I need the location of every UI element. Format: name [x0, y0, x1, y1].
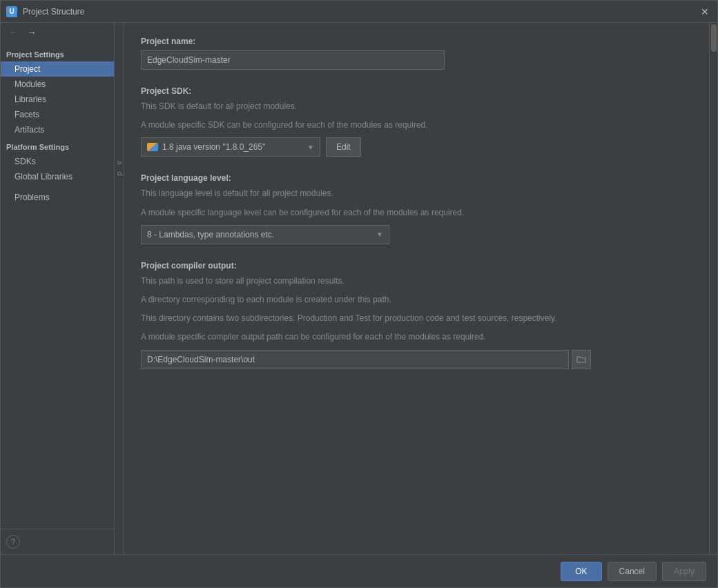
- platform-settings-header: Platform Settings: [1, 137, 114, 154]
- sidebar-item-facets[interactable]: Facets: [1, 107, 114, 122]
- compiler-desc-1: This path is used to store all project c…: [141, 275, 692, 288]
- bottom-bar: OK Cancel Apply: [1, 554, 717, 587]
- language-level-value: 8 - Lambdas, type annotations etc.: [147, 230, 274, 239]
- cancel-button[interactable]: Cancel: [608, 562, 657, 581]
- language-level-label: Project language level:: [141, 173, 692, 183]
- sidebar-item-problems[interactable]: Problems: [1, 190, 114, 205]
- project-name-label: Project name:: [141, 37, 692, 46]
- project-structure-dialog: U Project Structure ✕ ← → Project Settin…: [0, 0, 718, 588]
- title-bar: U Project Structure ✕: [1, 1, 717, 23]
- project-sdk-label: Project SDK:: [141, 86, 692, 96]
- sdk-icon: [147, 143, 158, 151]
- project-name-input[interactable]: [141, 50, 445, 70]
- left-label-1: e: [115, 161, 123, 165]
- sdk-description-2: A module specific SDK can be configured …: [141, 119, 692, 132]
- ok-button[interactable]: OK: [561, 562, 601, 581]
- lang-description-2: A module specific language level can be …: [141, 206, 692, 219]
- sidebar-item-project[interactable]: Project: [1, 61, 114, 77]
- folder-browse-button[interactable]: [572, 350, 591, 369]
- back-button[interactable]: ←: [6, 26, 21, 39]
- sdk-row: 1.8 java version "1.8.0_265" ▼ Edit: [141, 137, 692, 157]
- project-name-group: Project name:: [141, 37, 692, 70]
- forward-button[interactable]: →: [24, 26, 39, 39]
- compiler-desc-2: A directory corresponding to each module…: [141, 293, 692, 306]
- help-button[interactable]: ?: [6, 535, 20, 549]
- left-labels-strip: e p: [115, 23, 124, 554]
- lang-description-1: This language level is default for all p…: [141, 187, 692, 200]
- sdk-description-1: This SDK is default for all project modu…: [141, 100, 692, 113]
- sdk-dropdown[interactable]: 1.8 java version "1.8.0_265" ▼: [141, 137, 320, 157]
- sidebar: ← → Project Settings Project Modules Lib…: [1, 23, 115, 554]
- sdk-dropdown-arrow: ▼: [307, 144, 314, 151]
- sidebar-item-sdks[interactable]: SDKs: [1, 154, 114, 169]
- project-settings-header: Project Settings: [1, 45, 114, 61]
- dialog-title: Project Structure: [23, 7, 698, 17]
- compiler-desc-4: A module specific compiler output path c…: [141, 331, 692, 344]
- content-area: ← → Project Settings Project Modules Lib…: [1, 23, 717, 554]
- nav-arrows: ← →: [1, 23, 114, 42]
- app-icon: U: [6, 6, 17, 17]
- lang-dropdown-arrow: ▼: [376, 231, 383, 238]
- sidebar-item-modules[interactable]: Modules: [1, 77, 114, 92]
- folder-icon: [576, 355, 586, 364]
- language-level-dropdown[interactable]: 8 - Lambdas, type annotations etc. ▼: [141, 225, 389, 244]
- left-label-2: p: [115, 172, 123, 176]
- compiler-output-input[interactable]: [141, 350, 569, 369]
- main-content: Project name: Project SDK: This SDK is d…: [124, 23, 709, 554]
- sidebar-item-artifacts[interactable]: Artifacts: [1, 122, 114, 137]
- sidebar-item-global-libraries[interactable]: Global Libraries: [1, 169, 114, 184]
- sdk-edit-button[interactable]: Edit: [326, 137, 361, 157]
- scrollbar-thumb[interactable]: [711, 24, 717, 52]
- apply-button[interactable]: Apply: [662, 562, 706, 581]
- language-level-group: Project language level: This language le…: [141, 173, 692, 244]
- compiler-output-row: [141, 350, 692, 369]
- sdk-value: 1.8 java version "1.8.0_265": [162, 142, 265, 152]
- compiler-output-label: Project compiler output:: [141, 261, 692, 271]
- scrollbar[interactable]: [709, 23, 717, 554]
- compiler-output-group: Project compiler output: This path is us…: [141, 261, 692, 369]
- sidebar-item-libraries[interactable]: Libraries: [1, 92, 114, 107]
- sidebar-bottom: ?: [1, 529, 114, 554]
- close-button[interactable]: ✕: [698, 5, 712, 19]
- project-sdk-group: Project SDK: This SDK is default for all…: [141, 86, 692, 157]
- compiler-desc-3: This directory contains two subdirectori…: [141, 312, 692, 325]
